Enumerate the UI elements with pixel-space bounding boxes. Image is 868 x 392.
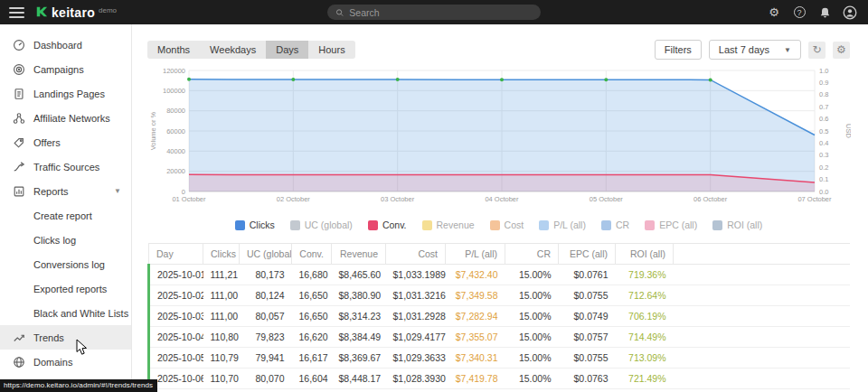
chevron-down-icon: ▼ [114, 187, 121, 195]
help-icon[interactable]: ? [792, 5, 807, 20]
legend-label: EPC (all) [659, 219, 697, 230]
refresh-button[interactable]: ↻ [808, 42, 826, 59]
col-revenue[interactable]: Revenue [332, 244, 386, 265]
col-cr[interactable]: CR [505, 244, 559, 265]
cell-cost: $1,028.3930 [386, 369, 446, 389]
sidebar-item-campaigns[interactable]: Campaigns [0, 57, 131, 81]
svg-text:01 October: 01 October [172, 195, 206, 203]
sidebar-item-black-and-white-lists[interactable]: Black and White Lists [0, 301, 131, 325]
legend-item-revenue[interactable]: Revenue [422, 219, 475, 230]
tab-weekdays[interactable]: Weekdays [200, 41, 266, 59]
sidebar-item-exported-reports[interactable]: Exported reports [0, 276, 131, 301]
cell-cr: 15.00% [505, 348, 559, 369]
col-cost[interactable]: Cost [386, 244, 446, 265]
sidebar-item-label: Landings Pages [33, 89, 105, 99]
sidebar-item-clicks-log[interactable]: Clicks log [0, 228, 131, 252]
settings-gear-icon[interactable]: ⚙ [767, 5, 781, 20]
cell-roi: 714.49% [616, 327, 674, 348]
col-roi-all[interactable]: ROI (all) [616, 244, 674, 265]
chart-settings-button[interactable]: ⚙ [833, 42, 850, 59]
cell-uc: 80,173 [240, 265, 292, 285]
cell-day: 2025-10-01 [149, 265, 203, 285]
user-avatar-icon[interactable] [843, 5, 857, 20]
cell-roi: 712.64% [616, 285, 674, 306]
col-pl-all[interactable]: P/L (all) [446, 244, 505, 265]
cell-revenue: $8,369.67 [332, 348, 386, 369]
legend-item-roi-all[interactable]: ROI (all) [712, 219, 762, 230]
cell-clicks: 111,00 [203, 306, 240, 327]
tab-days[interactable]: Days [266, 41, 308, 59]
search-input[interactable] [349, 7, 533, 18]
legend-item-clicks[interactable]: Clicks [235, 219, 275, 230]
network-people-icon [13, 112, 25, 125]
col-clicks[interactable]: Clicks [203, 244, 240, 265]
cell-day: 2025-10-03 [149, 306, 203, 327]
cell-cr [505, 389, 559, 392]
date-range-value: Last 7 days [719, 44, 769, 55]
cell-cr: 15.00% [505, 369, 559, 389]
cell-revenue: $8,314.23 [332, 306, 386, 327]
cell-cr: 15.00% [505, 285, 559, 306]
legend-label: CR [616, 219, 629, 230]
col-day[interactable]: Day [149, 244, 203, 265]
trends-toolbar: Months Weekdays Days Hours Filters Last … [147, 40, 850, 60]
topbar-icons: ⚙ ? [767, 5, 857, 20]
cell-cr: 15.00% [505, 265, 559, 285]
col-epc-all[interactable]: EPC (all) [559, 244, 616, 265]
col-conv[interactable]: Conv. [292, 244, 332, 265]
svg-text:0.9: 0.9 [819, 79, 828, 87]
legend-item-cost[interactable]: Cost [490, 219, 524, 230]
legend-swatch [601, 220, 611, 230]
sidebar-item-affiliate-networks[interactable]: Affiliate Networks [0, 106, 131, 130]
keitaro-logo-icon [35, 5, 48, 18]
legend-item-pl-all[interactable]: P/L (all) [539, 219, 586, 230]
sidebar-item-domains[interactable]: Domains [0, 350, 131, 374]
cell-cost: $1,031.2928 [386, 306, 446, 327]
cell-pl [446, 389, 505, 392]
cell-filler [674, 285, 851, 306]
sidebar-item-label: Create report [33, 210, 92, 221]
col-filler [674, 244, 851, 265]
cell-roi [616, 389, 674, 392]
sidebar-item-dashboard[interactable]: Dashboard [0, 33, 131, 57]
legend-label: Revenue [437, 219, 475, 230]
svg-text:60000: 60000 [166, 127, 185, 135]
filters-button[interactable]: Filters [655, 40, 702, 60]
table-row: 2025-10-03111,0080,05716,650$8,314.23$1,… [149, 306, 851, 327]
tab-hours[interactable]: Hours [308, 41, 354, 59]
legend-item-cr[interactable]: CR [601, 219, 629, 230]
sidebar-item-create-report[interactable]: Create report [0, 203, 131, 228]
cell-conv: 16,680 [292, 265, 332, 285]
notifications-bell-icon[interactable] [817, 5, 832, 20]
sidebar-item-conversions-log[interactable]: Conversions log [0, 252, 131, 276]
table-row: 2025-10-02111,0080,12416,650$8,380.90$1,… [149, 285, 851, 306]
trends-chart: 02000040000600008000010000012000001 Octo… [147, 63, 851, 211]
legend-item-epc-all[interactable]: EPC (all) [645, 219, 697, 230]
keitaro-logo[interactable]: keitaro demo [35, 5, 117, 20]
cell-cost: $1,033.1989 [386, 265, 446, 285]
hamburger-menu-icon[interactable] [9, 7, 24, 18]
svg-text:1.0: 1.0 [819, 67, 828, 75]
legend-item-conv[interactable]: Conv. [368, 219, 407, 230]
cell-conv: 16,617 [292, 348, 332, 369]
legend-swatch [645, 220, 655, 230]
sidebar-item-reports[interactable]: Reports ▼ [0, 179, 131, 203]
sidebar-item-offers[interactable]: Offers [0, 130, 131, 154]
date-range-select[interactable]: Last 7 days ▼ [709, 40, 801, 60]
tab-months[interactable]: Months [147, 41, 200, 59]
sidebar-item-label: Clicks log [33, 235, 76, 246]
cell-epc: $0.0761 [559, 265, 616, 285]
sidebar-item-label: Dashboard [33, 40, 82, 51]
sidebar-item-traffic-sources[interactable]: Traffic Sources [0, 154, 131, 179]
cell-epc: $0.0755 [559, 348, 616, 369]
sidebar-item-label: Campaigns [33, 64, 84, 75]
globe-icon [13, 356, 25, 369]
campaigns-target-icon [13, 63, 25, 76]
legend-item-uc-global[interactable]: UC (global) [290, 219, 353, 230]
sidebar-item-trends[interactable]: Trends [0, 325, 131, 350]
period-tabs: Months Weekdays Days Hours [147, 41, 355, 59]
col-uc-global[interactable]: UC (global) [240, 244, 292, 265]
sidebar-item-landings-pages[interactable]: Landings Pages [0, 81, 131, 106]
cell-filler [674, 389, 851, 392]
global-search[interactable] [327, 5, 541, 20]
